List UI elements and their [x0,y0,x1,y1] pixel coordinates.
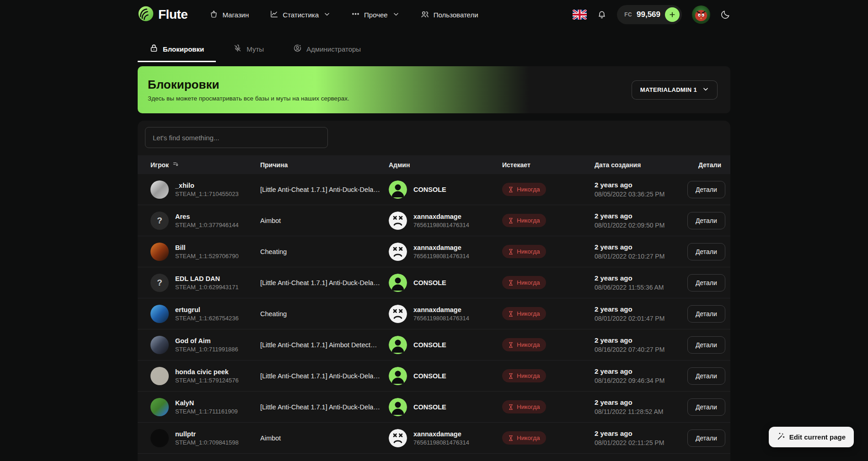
table-row: ? EDL LAD DAN STEAM_1:0:629943171 [Littl… [138,267,730,298]
player-steam-id: STEAM_1:1:710455023 [175,191,239,197]
admin-cell[interactable]: CONSOLE [389,367,502,385]
details-button[interactable]: Детали [687,243,725,260]
hourglass-icon [508,217,514,224]
player-steam-id: STEAM_1:0:377946144 [175,222,239,228]
player-name: _xhilo [175,182,239,189]
player-name: God of Aim [175,337,238,344]
admin-avatar [389,367,407,385]
nav-item-more[interactable]: Прочее [351,10,399,20]
dark-mode-moon-icon[interactable] [720,10,730,20]
details-button[interactable]: Детали [687,181,725,198]
admin-avatar [389,274,407,292]
table-body: _xhilo STEAM_1:1:710455023 [Little Anti-… [138,174,730,454]
edit-current-page-button[interactable]: Edit current page [769,427,854,447]
player-steam-id: STEAM_1:1:626754236 [175,315,239,322]
player-avatar [150,336,169,354]
player-cell[interactable]: honda civic peek STEAM_1:1:579124576 [150,367,260,385]
details-button[interactable]: Детали [687,274,725,291]
admin-cell[interactable]: CONSOLE [389,398,502,416]
admin-cell[interactable]: xannaxdamage 76561198081476314 [389,212,502,230]
admin-name: CONSOLE [413,279,446,286]
ban-reason: [Little Anti-Cheat 1.7.1] Anti-Duck-Dela… [260,403,389,411]
admin-name: xannaxdamage [413,306,469,313]
player-cell[interactable]: ? Ares STEAM_1:0:377946144 [150,212,260,230]
player-cell[interactable]: _xhilo STEAM_1:1:710455023 [150,180,260,199]
server-selector-dropdown[interactable]: MATERIALADMIN 1 [632,80,718,100]
lock-icon [150,44,158,54]
admin-cell[interactable]: xannaxdamage 76561198081476314 [389,305,502,323]
ban-reason: Aimbot [260,435,389,442]
player-cell[interactable]: KalyN STEAM_1:1:711161909 [150,398,260,416]
player-avatar [150,367,169,385]
column-header-admin: Админ [389,161,502,169]
player-name: honda civic peek [175,368,239,376]
notifications-bell-icon[interactable] [597,10,607,20]
player-cell[interactable]: Bill STEAM_1:1:529706790 [150,243,260,261]
expires-label: Никогда [517,310,540,317]
player-cell[interactable]: ? EDL LAD DAN STEAM_1:0:629943171 [150,274,260,292]
admin-cell[interactable]: CONSOLE [389,274,502,292]
brand-logo[interactable]: Flute [138,5,188,24]
nav-item-store[interactable]: Магазин [209,10,249,20]
edit-button-label: Edit current page [789,433,846,441]
table-row: nullptr STEAM_1:0:709841598 Aimbot xanna… [138,423,730,454]
expires-label: Никогда [517,217,540,224]
created-date: 08/01/2022 02:10:27 PM [595,253,687,260]
details-button[interactable]: Детали [687,398,725,416]
uk-flag-language-switcher[interactable] [573,10,587,20]
created-date: 08/16/2022 07:40:27 PM [595,346,687,353]
nav-item-users[interactable]: Пользователи [420,10,478,20]
admin-cell[interactable]: xannaxdamage 76561198081476314 [389,429,502,447]
details-cell: Детали [687,336,725,354]
search-input[interactable] [145,127,328,148]
details-button[interactable]: Детали [687,212,725,229]
ban-reason: [Little Anti-Cheat 1.7.1] Anti-Duck-Dela… [260,372,389,380]
add-funds-button[interactable] [665,7,680,22]
column-header-created: Дата создания [595,161,687,169]
hourglass-icon [508,186,514,193]
created-cell: 2 years ago 08/01/2022 02:11:25 PM [595,429,687,446]
stats-icon [270,10,279,20]
details-button[interactable]: Детали [687,305,725,323]
details-cell: Детали [687,398,725,416]
admin-name: xannaxdamage [413,213,469,220]
tab-mutes[interactable]: Муты [221,37,276,62]
column-header-details: Детали [687,161,721,169]
admin-name: CONSOLE [413,372,446,380]
table-row: ertugrul STEAM_1:1:626754236 Cheating xa… [138,298,730,329]
expires-cell: Никогда [502,400,595,413]
admin-cell[interactable]: xannaxdamage 76561198081476314 [389,243,502,261]
player-cell[interactable]: ertugrul STEAM_1:1:626754236 [150,305,260,323]
player-cell[interactable]: God of Aim STEAM_1:0:711991886 [150,336,260,354]
user-avatar[interactable] [692,5,710,24]
player-avatar [150,429,169,447]
details-button[interactable]: Детали [687,367,725,385]
expires-badge: Никогда [502,338,546,351]
tab-bans[interactable]: Блокировки [138,37,216,62]
sort-icon[interactable] [172,161,179,169]
player-name: nullptr [175,430,239,438]
admin-cell[interactable]: CONSOLE [389,180,502,199]
details-button[interactable]: Детали [687,429,725,447]
table-row: Bill STEAM_1:1:529706790 Cheating xannax… [138,236,730,267]
player-steam-id: STEAM_1:0:709841598 [175,439,239,446]
nav-item-statistics[interactable]: Статистика [270,10,330,20]
expires-cell: Никогда [502,369,595,382]
column-header-player[interactable]: Игрок [150,161,260,169]
expires-label: Никогда [517,372,540,379]
expires-cell: Никогда [502,245,595,258]
hourglass-icon [508,280,514,286]
tab-label: Блокировки [163,45,204,53]
hourglass-icon [508,311,514,317]
admin-cell[interactable]: CONSOLE [389,336,502,354]
player-cell[interactable]: nullptr STEAM_1:0:709841598 [150,429,260,447]
expires-badge: Никогда [502,431,546,445]
expires-badge: Никогда [502,245,546,258]
admin-name: xannaxdamage [413,244,469,251]
admin-name: CONSOLE [413,341,446,349]
details-button[interactable]: Детали [687,336,725,354]
nav-label: Прочее [364,11,388,19]
hourglass-icon [508,342,514,348]
tab-administrators[interactable]: Администраторы [281,37,373,62]
ban-reason: Cheating [260,248,389,255]
